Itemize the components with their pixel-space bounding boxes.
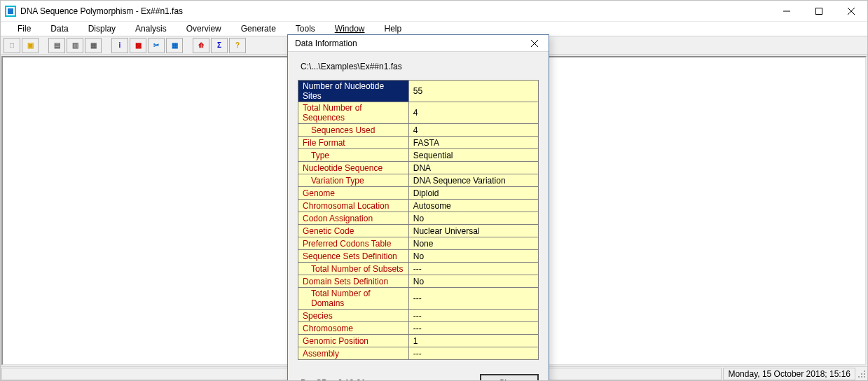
info-icon: i [119,42,121,49]
row-key: Sequence Sets Definition [298,250,409,263]
dialog-close-icon[interactable] [525,36,544,50]
row-key: File Format [298,137,409,149]
row-value: No [408,250,538,263]
open-icon: ▣ [27,42,34,49]
resize-grip-icon[interactable] [856,368,867,380]
row-key: Genomic Position [298,335,409,347]
row-value: 55 [408,81,538,102]
table-row[interactable]: Genetic CodeNuclear Universal [298,225,539,237]
svg-rect-4 [816,8,822,14]
sigma-button[interactable]: Σ [211,38,228,53]
options-button[interactable]: ▩ [130,38,146,53]
row-value: Autosome [408,200,538,212]
row-key: Total Number of Subsets [298,263,409,275]
open-button[interactable]: ▣ [22,38,39,53]
menu-window[interactable]: Window [325,22,375,35]
maximize-button[interactable] [803,1,835,22]
minimize-button[interactable] [771,1,803,22]
status-datetime: Monday, 15 October 2018; 15:16 [723,368,855,380]
info-button[interactable]: i [111,38,128,53]
menu-tools[interactable]: Tools [286,22,325,35]
table-row[interactable]: Number of Nucleotide Sites55 [298,81,539,102]
row-key: Preferred Codons Table [298,237,409,250]
version-label: DnaSP v. 6.12.01 [298,378,480,381]
print-icon: ▥ [72,42,78,49]
row-value: No [408,275,538,288]
table-row[interactable]: Sequences Used4 [298,124,539,137]
table-row[interactable]: GenomeDiploid [298,187,539,200]
row-value: 4 [408,102,538,124]
help-button[interactable]: ? [229,38,246,53]
row-key: Species [298,310,409,322]
table-row[interactable]: Domain Sets DefinitionNo [298,275,539,288]
table-row[interactable]: Total Number of Subsets--- [298,263,539,275]
close-button[interactable] [835,1,867,22]
row-value: --- [408,310,538,322]
menu-help[interactable]: Help [375,22,412,35]
row-key: Genome [298,187,409,200]
print-button[interactable]: ▥ [67,38,83,53]
row-key: Variation Type [298,174,409,187]
row-value: 1 [408,335,538,347]
svg-rect-2 [8,8,13,14]
data-info-table: Number of Nucleotide Sites55Total Number… [298,80,539,360]
titlebar: DNA Sequence Polymorphism - Ex##n1.fas [1,1,867,22]
row-key: Nucleotide Sequence [298,162,409,174]
table-row[interactable]: Sequence Sets DefinitionNo [298,250,539,263]
row-key: Total Number of Sequences [298,102,409,124]
new-icon: □ [10,42,14,49]
row-key: Total Number of Domains [298,288,409,310]
row-value: --- [408,322,538,335]
table-row[interactable]: TypeSequential [298,149,539,162]
svg-point-8 [861,373,862,375]
table-row[interactable]: Assembly--- [298,347,539,360]
row-key: Number of Nucleotide Sites [298,81,409,102]
menu-generate[interactable]: Generate [231,22,286,35]
table-row[interactable]: Chromosome--- [298,322,539,335]
table-row[interactable]: Genomic Position1 [298,335,539,347]
table-row[interactable]: Codon AssignationNo [298,212,539,225]
row-key: Domain Sets Definition [298,275,409,288]
window-title: DNA Sequence Polymorphism - Ex##n1.fas [20,6,771,16]
row-value: Diploid [408,187,538,200]
close-button-dialog[interactable]: Close [480,374,539,381]
cut-icon: ✂ [153,42,159,49]
row-value: DNA [408,162,538,174]
table-row[interactable]: Total Number of Domains--- [298,288,539,310]
row-value: FASTA [408,137,538,149]
table-row[interactable]: Variation TypeDNA Sequence Variation [298,174,539,187]
menu-display[interactable]: Display [78,22,125,35]
cut-button[interactable]: ✂ [148,38,165,53]
printer-button[interactable]: ▦ [85,38,102,53]
table-row[interactable]: Nucleotide SequenceDNA [298,162,539,174]
row-value: Sequential [408,149,538,162]
dialog-titlebar[interactable]: Data Information [288,35,549,52]
save-button[interactable]: ▤ [48,38,65,53]
row-key: Sequences Used [298,124,409,137]
options-icon: ▩ [135,42,142,49]
table-row[interactable]: Species--- [298,310,539,322]
table-row[interactable]: Chromosomal LocationAutosome [298,200,539,212]
sigma-icon: Σ [217,42,221,49]
help-icon: ? [235,42,240,49]
svg-point-12 [864,376,865,377]
row-value: Nuclear Universal [408,225,538,237]
save-icon: ▤ [54,42,60,49]
table-row[interactable]: File FormatFASTA [298,137,539,149]
row-value: None [408,237,538,250]
menu-data[interactable]: Data [41,22,78,35]
row-key: Codon Assignation [298,212,409,225]
file-path-label: C:\...\Examples\Ex##n1.fas [301,62,539,71]
menu-overview[interactable]: Overview [177,22,231,35]
table-row[interactable]: Preferred Codons TableNone [298,237,539,250]
table-button[interactable]: ▦ [166,38,183,53]
chart-button[interactable]: ⟰ [193,38,209,53]
new-button[interactable]: □ [4,38,20,53]
row-value: --- [408,347,538,360]
row-key: Type [298,149,409,162]
menu-file[interactable]: File [8,22,41,35]
data-information-dialog: Data Information C:\...\Examples\Ex##n1.… [287,34,549,381]
table-row[interactable]: Total Number of Sequences4 [298,102,539,124]
table-icon: ▦ [172,42,178,49]
menu-analysis[interactable]: Analysis [125,22,177,35]
